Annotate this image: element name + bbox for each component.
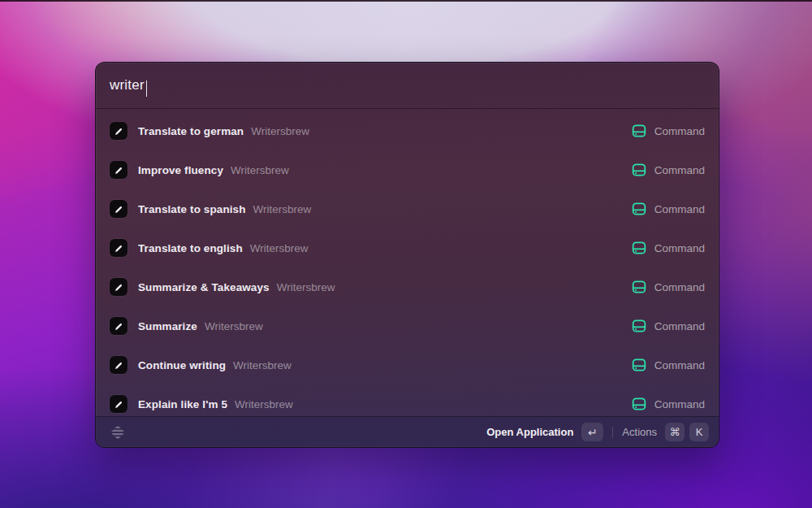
- writersbrew-app-icon: [110, 200, 127, 218]
- result-accessory-label: Command: [654, 398, 705, 410]
- result-accessory: Command: [631, 123, 705, 139]
- launcher-window: writer Translate to german Writersbrew C…: [95, 62, 719, 448]
- result-subtitle: Writersbrew: [233, 359, 292, 371]
- open-application-button[interactable]: Open Application: [486, 426, 573, 438]
- pencil-icon: [114, 360, 124, 371]
- list-item[interactable]: Improve fluency Writersbrew Command: [102, 150, 712, 189]
- result-accessory-label: Command: [654, 203, 705, 215]
- command-icon: [631, 357, 647, 373]
- command-icon: [631, 123, 647, 139]
- result-accessory: Command: [631, 201, 705, 217]
- pencil-icon: [114, 204, 124, 215]
- footer-divider: [612, 427, 613, 438]
- footer-bar: Open Application ↵ Actions ⌘ K: [96, 416, 719, 447]
- result-accessory: Command: [631, 162, 705, 178]
- result-accessory-label: Command: [654, 320, 705, 332]
- text-cursor: [146, 80, 148, 97]
- result-accessory-label: Command: [654, 359, 705, 371]
- search-bar[interactable]: writer: [96, 63, 719, 109]
- k-key: K: [689, 423, 709, 441]
- writersbrew-app-icon: [110, 122, 127, 140]
- command-icon: [631, 279, 647, 295]
- writersbrew-app-icon: [110, 278, 127, 296]
- list-item[interactable]: Translate to spanish Writersbrew Command: [102, 189, 712, 228]
- result-subtitle: Writersbrew: [205, 320, 263, 332]
- result-title: Summarize: [138, 320, 197, 332]
- writersbrew-app-icon: [110, 161, 127, 179]
- result-title: Continue writing: [138, 359, 226, 371]
- command-icon: [631, 396, 647, 412]
- list-item[interactable]: Summarize Writersbrew Command: [102, 306, 712, 345]
- pencil-icon: [114, 321, 124, 332]
- result-accessory: Command: [631, 240, 705, 256]
- command-icon: [631, 162, 647, 178]
- command-icon: [631, 240, 647, 256]
- writersbrew-app-icon: [110, 395, 127, 413]
- search-input[interactable]: writer: [110, 77, 145, 93]
- return-key: ↵: [581, 423, 603, 441]
- raycast-logo-icon[interactable]: [108, 423, 127, 442]
- result-title: Summarize & Takeaways: [138, 281, 270, 293]
- result-accessory: Command: [631, 279, 705, 295]
- pencil-icon: [114, 126, 124, 137]
- result-subtitle: Writersbrew: [231, 164, 289, 176]
- writersbrew-app-icon: [110, 356, 127, 374]
- list-item[interactable]: Translate to english Writersbrew Command: [102, 228, 712, 267]
- writersbrew-app-icon: [110, 317, 127, 335]
- command-icon: [631, 318, 647, 334]
- pencil-icon: [114, 243, 124, 254]
- list-item[interactable]: Summarize & Takeaways Writersbrew Comman…: [102, 267, 712, 306]
- result-accessory-label: Command: [654, 242, 705, 254]
- actions-button[interactable]: Actions: [622, 426, 657, 438]
- result-accessory: Command: [631, 396, 705, 412]
- result-subtitle: Writersbrew: [277, 281, 335, 293]
- result-accessory-label: Command: [654, 281, 705, 293]
- result-accessory: Command: [631, 318, 705, 334]
- pencil-icon: [114, 399, 124, 410]
- result-accessory-label: Command: [654, 125, 705, 137]
- results-list: Translate to german Writersbrew Command …: [96, 109, 719, 416]
- command-key: ⌘: [665, 423, 685, 441]
- list-item[interactable]: Explain like I'm 5 Writersbrew Command: [102, 384, 712, 416]
- result-title: Translate to english: [138, 242, 243, 254]
- result-subtitle: Writersbrew: [235, 398, 293, 410]
- pencil-icon: [114, 282, 124, 293]
- result-subtitle: Writersbrew: [250, 242, 309, 254]
- screen-top-edge: [0, 0, 812, 2]
- list-item[interactable]: Translate to german Writersbrew Command: [102, 111, 712, 150]
- pencil-icon: [114, 165, 124, 176]
- result-accessory-label: Command: [654, 164, 705, 176]
- result-title: Translate to spanish: [138, 203, 246, 215]
- result-title: Translate to german: [138, 125, 244, 137]
- list-item[interactable]: Continue writing Writersbrew Command: [102, 345, 712, 384]
- command-icon: [631, 201, 647, 217]
- result-subtitle: Writersbrew: [251, 125, 309, 137]
- writersbrew-app-icon: [110, 239, 127, 257]
- result-title: Explain like I'm 5: [138, 398, 227, 410]
- result-accessory: Command: [631, 357, 705, 373]
- result-title: Improve fluency: [138, 164, 223, 176]
- result-subtitle: Writersbrew: [253, 203, 312, 215]
